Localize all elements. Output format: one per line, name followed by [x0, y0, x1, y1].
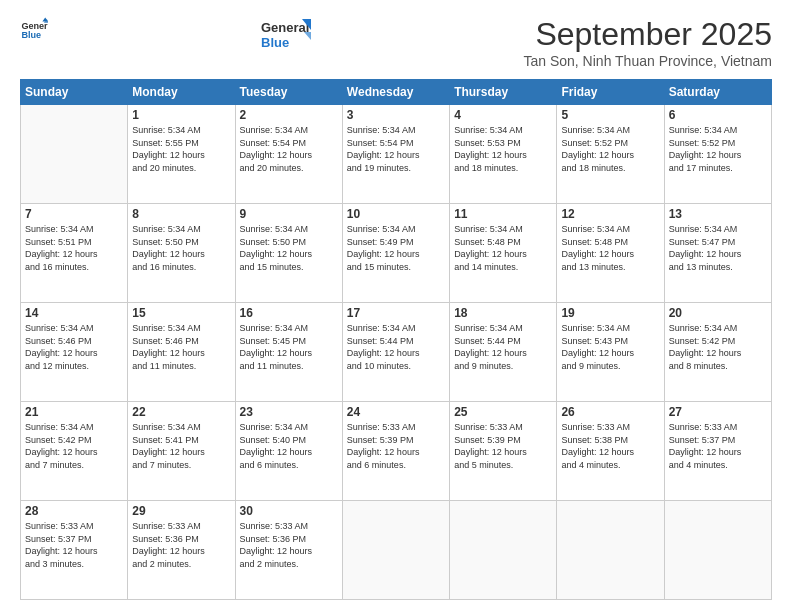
cell-details: Sunrise: 5:34 AMSunset: 5:48 PMDaylight:… [454, 223, 552, 273]
day-number: 5 [561, 108, 659, 122]
cell-details: Sunrise: 5:34 AMSunset: 5:44 PMDaylight:… [454, 322, 552, 372]
day-number: 22 [132, 405, 230, 419]
svg-text:General: General [21, 21, 48, 31]
table-row: 23Sunrise: 5:34 AMSunset: 5:40 PMDayligh… [235, 402, 342, 501]
day-number: 14 [25, 306, 123, 320]
table-row: 11Sunrise: 5:34 AMSunset: 5:48 PMDayligh… [450, 204, 557, 303]
cell-details: Sunrise: 5:34 AMSunset: 5:46 PMDaylight:… [132, 322, 230, 372]
cell-details: Sunrise: 5:34 AMSunset: 5:50 PMDaylight:… [132, 223, 230, 273]
cell-details: Sunrise: 5:34 AMSunset: 5:52 PMDaylight:… [669, 124, 767, 174]
title-area: September 2025 Tan Son, Ninh Thuan Provi… [523, 16, 772, 69]
cell-details: Sunrise: 5:34 AMSunset: 5:44 PMDaylight:… [347, 322, 445, 372]
day-number: 13 [669, 207, 767, 221]
cell-details: Sunrise: 5:34 AMSunset: 5:42 PMDaylight:… [669, 322, 767, 372]
logo-text-block: General Blue [261, 16, 313, 54]
day-number: 3 [347, 108, 445, 122]
day-number: 2 [240, 108, 338, 122]
day-number: 7 [25, 207, 123, 221]
cell-details: Sunrise: 5:34 AMSunset: 5:43 PMDaylight:… [561, 322, 659, 372]
cell-details: Sunrise: 5:34 AMSunset: 5:55 PMDaylight:… [132, 124, 230, 174]
table-row: 27Sunrise: 5:33 AMSunset: 5:37 PMDayligh… [664, 402, 771, 501]
day-number: 12 [561, 207, 659, 221]
day-number: 29 [132, 504, 230, 518]
table-row: 20Sunrise: 5:34 AMSunset: 5:42 PMDayligh… [664, 303, 771, 402]
table-row: 18Sunrise: 5:34 AMSunset: 5:44 PMDayligh… [450, 303, 557, 402]
cell-details: Sunrise: 5:34 AMSunset: 5:40 PMDaylight:… [240, 421, 338, 471]
table-row [342, 501, 449, 600]
col-saturday: Saturday [664, 80, 771, 105]
calendar-week-row: 14Sunrise: 5:34 AMSunset: 5:46 PMDayligh… [21, 303, 772, 402]
day-number: 19 [561, 306, 659, 320]
table-row: 4Sunrise: 5:34 AMSunset: 5:53 PMDaylight… [450, 105, 557, 204]
logo-svg: General Blue [261, 16, 313, 54]
logo: General Blue [20, 16, 50, 44]
day-number: 23 [240, 405, 338, 419]
table-row: 29Sunrise: 5:33 AMSunset: 5:36 PMDayligh… [128, 501, 235, 600]
table-row: 28Sunrise: 5:33 AMSunset: 5:37 PMDayligh… [21, 501, 128, 600]
day-number: 17 [347, 306, 445, 320]
cell-details: Sunrise: 5:33 AMSunset: 5:39 PMDaylight:… [454, 421, 552, 471]
day-number: 30 [240, 504, 338, 518]
day-number: 8 [132, 207, 230, 221]
col-sunday: Sunday [21, 80, 128, 105]
day-number: 15 [132, 306, 230, 320]
svg-text:Blue: Blue [261, 35, 289, 50]
cell-details: Sunrise: 5:34 AMSunset: 5:52 PMDaylight:… [561, 124, 659, 174]
calendar-week-row: 7Sunrise: 5:34 AMSunset: 5:51 PMDaylight… [21, 204, 772, 303]
day-number: 25 [454, 405, 552, 419]
location-subtitle: Tan Son, Ninh Thuan Province, Vietnam [523, 53, 772, 69]
cell-details: Sunrise: 5:33 AMSunset: 5:36 PMDaylight:… [240, 520, 338, 570]
table-row: 17Sunrise: 5:34 AMSunset: 5:44 PMDayligh… [342, 303, 449, 402]
col-monday: Monday [128, 80, 235, 105]
calendar-header-row: Sunday Monday Tuesday Wednesday Thursday… [21, 80, 772, 105]
cell-details: Sunrise: 5:33 AMSunset: 5:36 PMDaylight:… [132, 520, 230, 570]
table-row: 8Sunrise: 5:34 AMSunset: 5:50 PMDaylight… [128, 204, 235, 303]
cell-details: Sunrise: 5:34 AMSunset: 5:54 PMDaylight:… [240, 124, 338, 174]
table-row: 22Sunrise: 5:34 AMSunset: 5:41 PMDayligh… [128, 402, 235, 501]
table-row: 16Sunrise: 5:34 AMSunset: 5:45 PMDayligh… [235, 303, 342, 402]
day-number: 1 [132, 108, 230, 122]
table-row: 5Sunrise: 5:34 AMSunset: 5:52 PMDaylight… [557, 105, 664, 204]
col-friday: Friday [557, 80, 664, 105]
day-number: 20 [669, 306, 767, 320]
cell-details: Sunrise: 5:34 AMSunset: 5:50 PMDaylight:… [240, 223, 338, 273]
day-number: 28 [25, 504, 123, 518]
cell-details: Sunrise: 5:34 AMSunset: 5:53 PMDaylight:… [454, 124, 552, 174]
col-thursday: Thursday [450, 80, 557, 105]
cell-details: Sunrise: 5:34 AMSunset: 5:49 PMDaylight:… [347, 223, 445, 273]
table-row [664, 501, 771, 600]
table-row: 9Sunrise: 5:34 AMSunset: 5:50 PMDaylight… [235, 204, 342, 303]
table-row [450, 501, 557, 600]
day-number: 11 [454, 207, 552, 221]
day-number: 21 [25, 405, 123, 419]
table-row: 13Sunrise: 5:34 AMSunset: 5:47 PMDayligh… [664, 204, 771, 303]
svg-text:Blue: Blue [21, 30, 41, 40]
table-row: 14Sunrise: 5:34 AMSunset: 5:46 PMDayligh… [21, 303, 128, 402]
cell-details: Sunrise: 5:33 AMSunset: 5:39 PMDaylight:… [347, 421, 445, 471]
calendar-week-row: 28Sunrise: 5:33 AMSunset: 5:37 PMDayligh… [21, 501, 772, 600]
table-row: 24Sunrise: 5:33 AMSunset: 5:39 PMDayligh… [342, 402, 449, 501]
month-title: September 2025 [523, 16, 772, 53]
cell-details: Sunrise: 5:34 AMSunset: 5:48 PMDaylight:… [561, 223, 659, 273]
table-row: 19Sunrise: 5:34 AMSunset: 5:43 PMDayligh… [557, 303, 664, 402]
table-row: 15Sunrise: 5:34 AMSunset: 5:46 PMDayligh… [128, 303, 235, 402]
day-number: 6 [669, 108, 767, 122]
cell-details: Sunrise: 5:34 AMSunset: 5:42 PMDaylight:… [25, 421, 123, 471]
cell-details: Sunrise: 5:34 AMSunset: 5:41 PMDaylight:… [132, 421, 230, 471]
col-tuesday: Tuesday [235, 80, 342, 105]
table-row: 6Sunrise: 5:34 AMSunset: 5:52 PMDaylight… [664, 105, 771, 204]
calendar-week-row: 21Sunrise: 5:34 AMSunset: 5:42 PMDayligh… [21, 402, 772, 501]
svg-text:General: General [261, 20, 309, 35]
table-row: 12Sunrise: 5:34 AMSunset: 5:48 PMDayligh… [557, 204, 664, 303]
calendar-table: Sunday Monday Tuesday Wednesday Thursday… [20, 79, 772, 600]
cell-details: Sunrise: 5:34 AMSunset: 5:46 PMDaylight:… [25, 322, 123, 372]
col-wednesday: Wednesday [342, 80, 449, 105]
cell-details: Sunrise: 5:34 AMSunset: 5:51 PMDaylight:… [25, 223, 123, 273]
header: General Blue General Blue September 2025… [20, 16, 772, 69]
table-row: 21Sunrise: 5:34 AMSunset: 5:42 PMDayligh… [21, 402, 128, 501]
cell-details: Sunrise: 5:33 AMSunset: 5:37 PMDaylight:… [25, 520, 123, 570]
cell-details: Sunrise: 5:34 AMSunset: 5:45 PMDaylight:… [240, 322, 338, 372]
day-number: 4 [454, 108, 552, 122]
table-row: 2Sunrise: 5:34 AMSunset: 5:54 PMDaylight… [235, 105, 342, 204]
table-row: 3Sunrise: 5:34 AMSunset: 5:54 PMDaylight… [342, 105, 449, 204]
